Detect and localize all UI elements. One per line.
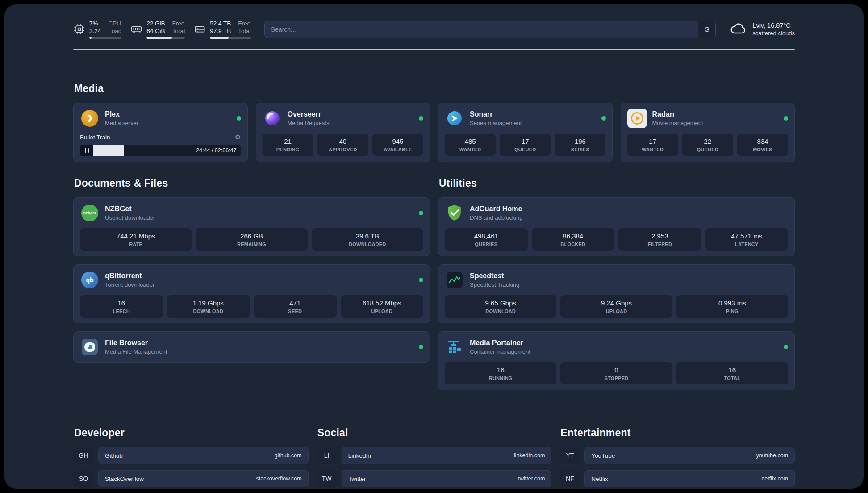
sonarr-card: Sonarr Series management 485 WANTED 17 Q… bbox=[438, 103, 613, 162]
radarr-icon bbox=[627, 109, 647, 128]
adguard-icon bbox=[445, 203, 464, 223]
dashboard: 7% CPU 3.24 Load bbox=[4, 4, 864, 489]
service-name: NZBGet bbox=[105, 205, 155, 213]
stat-box: 618.52 Mbps UPLOAD bbox=[341, 295, 424, 318]
bookmark-netflix: NF Netflix netflix.com bbox=[559, 470, 795, 487]
bookmark-abbr: SO bbox=[73, 470, 94, 487]
bookmark-link[interactable]: Twitter twitter.com bbox=[342, 470, 552, 487]
bookmark-link[interactable]: Github github.com bbox=[98, 447, 309, 464]
filebrowser-icon bbox=[80, 337, 100, 357]
bookmark-abbr: NF bbox=[559, 470, 580, 487]
weather-widget: Lviv, 16.87°C scattered clouds bbox=[729, 22, 795, 37]
stat-box: 945 AVAILABLE bbox=[372, 134, 423, 156]
disk-free-label: Free bbox=[238, 20, 251, 27]
adguard-card: AdGuard Home DNS and adblocking 498,461 … bbox=[438, 197, 795, 256]
stat-box: 17 WANTED bbox=[627, 134, 678, 156]
service-subtitle: Series management bbox=[470, 120, 522, 126]
service-subtitle: Media File Management bbox=[105, 348, 167, 355]
cpu-load: 3.24 bbox=[89, 27, 101, 35]
service-name: File Browser bbox=[105, 339, 167, 347]
sonarr-stats: 485 WANTED 17 QUEUED 196 SERIES bbox=[445, 134, 606, 156]
section-title-documents: Documents & Files bbox=[74, 177, 430, 189]
service-subtitle: Media server bbox=[105, 120, 138, 126]
speedtest-card: Speedtest Speedtest Tracking 9.65 Gbps D… bbox=[438, 264, 795, 323]
cpu-label: CPU bbox=[108, 20, 121, 27]
status-dot bbox=[419, 116, 423, 121]
stat-box: 17 QUEUED bbox=[500, 134, 551, 156]
overseerr-icon bbox=[263, 109, 282, 128]
status-dot bbox=[601, 116, 606, 121]
plex-card: Plex Media server Bullet Train ⚙ 24:44 /… bbox=[73, 103, 248, 162]
status-dot bbox=[419, 345, 423, 349]
pause-button[interactable] bbox=[80, 145, 93, 156]
adguard-stats: 498,461 QUERIES 86,384 BLOCKED 2,953 FIL… bbox=[445, 228, 788, 251]
portainer-icon bbox=[445, 337, 464, 357]
service-subtitle: Usenet downloader bbox=[105, 214, 155, 221]
qbittorrent-link[interactable]: qb qBittorrent Torrent downloader bbox=[80, 270, 423, 290]
section-documents: Documents & Files nzbget NZBGet Usenet d… bbox=[73, 177, 430, 363]
portainer-card: Media Portainer Container management 16 … bbox=[438, 331, 795, 390]
bookmark-link[interactable]: StackOverflow stackoverflow.com bbox=[98, 470, 309, 487]
cloud-icon bbox=[729, 22, 747, 37]
memory-total-label: Total bbox=[172, 27, 185, 35]
stat-box: 266 GB REMAINING bbox=[196, 228, 307, 251]
player-settings-icon[interactable]: ⚙ bbox=[235, 133, 241, 141]
bookmark-abbr: YT bbox=[559, 447, 580, 464]
memory-total: 64 GiB bbox=[146, 27, 165, 35]
status-dot bbox=[237, 116, 241, 121]
stat-box: 2,953 FILTERED bbox=[618, 228, 701, 251]
memory-free: 22 GiB bbox=[146, 20, 165, 27]
qbittorrent-stats: 16 LEECH 1.19 Gbps DOWNLOAD 471 SEED 6 bbox=[80, 295, 423, 318]
stat-box: 834 MOVIES bbox=[737, 134, 788, 156]
service-subtitle: DNS and adblocking bbox=[470, 214, 523, 221]
portainer-link[interactable]: Media Portainer Container management bbox=[445, 337, 788, 357]
radarr-link[interactable]: Radarr Movie management bbox=[627, 109, 789, 128]
section-entertainment: Entertainment YT YouTube youtube.com NF … bbox=[559, 427, 795, 489]
stat-box: 22 QUEUED bbox=[682, 134, 733, 156]
section-title-developer: Developer bbox=[74, 427, 309, 439]
disk-widget: 52.4 TB Free 97.9 TB Total bbox=[194, 20, 251, 39]
filebrowser-card: File Browser Media File Management bbox=[73, 331, 430, 363]
disk-total: 97.9 TB bbox=[210, 27, 231, 35]
nzbget-card: nzbget NZBGet Usenet downloader 744.21 M… bbox=[73, 197, 430, 256]
now-playing-title: Bullet Train bbox=[80, 134, 110, 141]
service-subtitle: Container management bbox=[470, 348, 530, 355]
bookmark-abbr: TW bbox=[317, 470, 337, 487]
bookmark-youtube: YT YouTube youtube.com bbox=[559, 447, 795, 464]
stat-box: 196 SERIES bbox=[555, 134, 605, 156]
nzbget-link[interactable]: nzbget NZBGet Usenet downloader bbox=[80, 203, 423, 223]
search-provider-button[interactable]: G bbox=[698, 21, 715, 38]
status-dot bbox=[784, 345, 788, 349]
header-divider bbox=[73, 49, 795, 50]
filebrowser-link[interactable]: File Browser Media File Management bbox=[80, 337, 423, 357]
bookmark-twitter: TW Twitter twitter.com bbox=[317, 470, 552, 487]
nzbget-stats: 744.21 Mbps RATE 266 GB REMAINING 39.6 T… bbox=[80, 228, 423, 251]
stat-box: 744.21 Mbps RATE bbox=[80, 228, 192, 251]
bookmark-link[interactable]: LinkedIn linkedin.com bbox=[342, 447, 552, 464]
nzbget-icon: nzbget bbox=[80, 203, 100, 223]
speedtest-link[interactable]: Speedtest Speedtest Tracking bbox=[445, 270, 788, 290]
status-dot bbox=[419, 278, 423, 282]
bookmark-github: GH Github github.com bbox=[73, 447, 309, 464]
adguard-link[interactable]: AdGuard Home DNS and adblocking bbox=[445, 203, 788, 223]
plex-link[interactable]: Plex Media server bbox=[80, 109, 241, 128]
sonarr-link[interactable]: Sonarr Series management bbox=[445, 109, 606, 128]
portainer-stats: 16 RUNNING 0 STOPPED 16 TOTAL bbox=[445, 362, 788, 384]
search-input[interactable] bbox=[264, 21, 716, 38]
player-progress[interactable]: 24:44 / 02:06:47 bbox=[80, 145, 241, 156]
stat-box: 0.993 ms PING bbox=[676, 295, 788, 318]
speedtest-icon bbox=[445, 270, 464, 290]
resource-metrics: 7% CPU 3.24 Load bbox=[73, 20, 251, 39]
bookmark-link[interactable]: YouTube youtube.com bbox=[584, 447, 795, 464]
bookmark-linkedin: LI LinkedIn linkedin.com bbox=[317, 447, 552, 464]
overseerr-link[interactable]: Overseerr Media Requests bbox=[263, 109, 424, 128]
stat-box: 39.6 TB DOWNLOADED bbox=[312, 228, 423, 251]
weather-condition: scattered clouds bbox=[752, 30, 795, 37]
overseerr-stats: 21 PENDING 40 APPROVED 945 AVAILABLE bbox=[263, 134, 424, 156]
weather-location: Lviv, 16.87°C bbox=[752, 22, 795, 29]
stat-box: 21 PENDING bbox=[263, 134, 313, 156]
service-name: AdGuard Home bbox=[470, 205, 523, 213]
stat-box: 86,384 BLOCKED bbox=[532, 228, 615, 251]
bookmark-link[interactable]: Netflix netflix.com bbox=[584, 470, 795, 487]
stat-box: 498,461 QUERIES bbox=[445, 228, 528, 251]
